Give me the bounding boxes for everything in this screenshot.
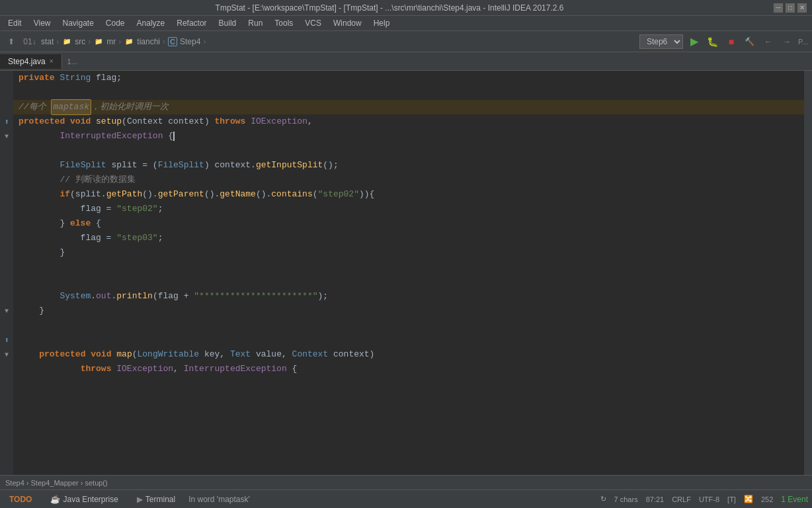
back-button[interactable]: ← <box>761 34 776 49</box>
step-dropdown[interactable]: Step6 <box>639 34 683 49</box>
breadcrumb-src[interactable]: src <box>75 37 85 46</box>
encoding[interactable]: UTF-8 <box>699 495 719 503</box>
left-margin: ⬆ ▼ ▼ ⬆ ▼ <box>0 71 13 475</box>
code-line-blank3 <box>13 260 804 275</box>
breadcrumb-sep-4: › <box>163 37 165 46</box>
todo-tab[interactable]: TODO <box>4 493 37 505</box>
status-breadcrumb: Step4 › Step4_Mapper › setup() <box>5 479 108 487</box>
breadcrumb-sep-1: › <box>56 37 59 46</box>
menu-view[interactable]: View <box>28 17 56 29</box>
build-button[interactable]: 🔨 <box>743 34 757 49</box>
margin-line-13 <box>0 260 13 275</box>
menu-build[interactable]: Build <box>214 17 242 29</box>
margin-line-arrow2: ⬆ <box>0 333 13 347</box>
fold-icon-3[interactable]: ▼ <box>5 351 9 359</box>
java-enterprise-label: Java Enterprise <box>63 495 118 504</box>
window-title: TmpStat - [E:\workspace\TmpStat] - [TmpS… <box>5 3 774 13</box>
menu-refactor[interactable]: Refactor <box>171 17 212 29</box>
class-icon: C <box>168 37 177 46</box>
code-line-blank4 <box>13 275 804 289</box>
menu-run[interactable]: Run <box>243 17 268 29</box>
breadcrumb-stat[interactable]: stat <box>41 37 54 46</box>
margin-line-5 <box>0 144 13 158</box>
nav-up-button[interactable]: ⬆ <box>4 34 19 49</box>
margin-line-14 <box>0 275 13 289</box>
folder-icon-3: 📁 <box>124 36 134 47</box>
run-button[interactable]: ▶ <box>687 34 702 49</box>
tab-close-button[interactable]: × <box>50 58 54 65</box>
menu-vcs[interactable]: VCS <box>300 17 327 29</box>
indent[interactable]: [T] <box>727 495 736 503</box>
folder-icon-1: 📁 <box>61 36 72 47</box>
fold-icon-1[interactable]: ▼ <box>5 133 9 140</box>
menu-navigate[interactable]: Navigate <box>57 17 99 29</box>
code-line-comment2: // 判断读的数据集 <box>13 173 804 187</box>
margin-line-2 <box>0 85 13 100</box>
code-line-if: if (split. getPath (). getParent (). get… <box>13 187 804 202</box>
panel-label: P... <box>798 38 808 46</box>
code-line-1: private String flag; <box>13 71 804 85</box>
breadcrumb-tianchi[interactable]: tianchi <box>137 37 160 46</box>
window-controls[interactable]: ─ □ ✕ <box>774 3 807 13</box>
code-line-map: protected void map ( LongWritable key, T… <box>13 347 804 362</box>
breadcrumb-mr[interactable]: mr <box>106 37 116 46</box>
code-line-filesplit: FileSplit split = ( FileSplit ) context.… <box>13 158 804 173</box>
margin-line-11 <box>0 231 13 245</box>
margin-line-7 <box>0 173 13 187</box>
margin-line-15 <box>0 289 13 304</box>
java-enterprise-icon: ☕ <box>50 495 60 504</box>
breadcrumb: stat › 📁 src › 📁 mr › 📁 tianchi › C Step… <box>41 36 206 47</box>
terminal-tab[interactable]: ▶ Terminal <box>132 493 181 505</box>
margin-line-fold2: ▼ <box>0 304 13 318</box>
menu-window[interactable]: Window <box>328 17 367 29</box>
code-line-interrupted: InterruptedException { <box>13 129 804 144</box>
up-arrow-icon-2: ⬆ <box>4 335 9 345</box>
menu-edit[interactable]: Edit <box>3 17 27 29</box>
minimize-button[interactable]: ─ <box>774 3 783 13</box>
terminal-label: Terminal <box>145 495 175 504</box>
stop-button[interactable]: ■ <box>724 34 739 49</box>
forward-button[interactable]: → <box>780 34 794 49</box>
bottom-right: ↻ 7 chars 87:21 CRLF UTF-8 [T] 🔀 252 1 E… <box>600 495 808 504</box>
right-scrollbar[interactable] <box>804 71 812 475</box>
code-line-blank1 <box>13 85 804 100</box>
code-area[interactable]: private String flag; //每个 maptask，初始化时调用… <box>13 71 804 475</box>
line-ending[interactable]: CRLF <box>672 495 691 503</box>
maximize-button[interactable]: □ <box>786 3 795 13</box>
nav-down-button[interactable]: 01↓ <box>22 34 37 49</box>
code-line-println: System . out . println (flag + "********… <box>13 289 804 304</box>
close-button[interactable]: ✕ <box>797 3 807 13</box>
event-badge[interactable]: 1 Event <box>781 495 808 504</box>
toolbar: ⬆ 01↓ stat › 📁 src › 📁 mr › 📁 tianchi › … <box>0 31 812 52</box>
breadcrumb-sep-2: › <box>88 37 91 46</box>
code-line-blank5 <box>13 318 804 333</box>
tab-step4[interactable]: Step4.java × <box>0 54 62 69</box>
tab-bar: Step4.java × 1... <box>0 52 812 71</box>
comment-maptask: //每个 <box>19 100 51 114</box>
todo-label: TODO <box>9 495 32 504</box>
menu-analyze[interactable]: Analyze <box>132 17 171 29</box>
java-enterprise-tab[interactable]: ☕ Java Enterprise <box>45 493 123 505</box>
terminal-icon: ▶ <box>137 495 143 504</box>
margin-line-fold1: ▼ <box>0 129 13 144</box>
code-line-blank2 <box>13 144 804 158</box>
margin-line-12 <box>0 245 13 260</box>
margin-line-fold3: ▼ <box>0 347 13 362</box>
margin-line-6 <box>0 158 13 173</box>
fold-icon-2[interactable]: ▼ <box>5 308 9 315</box>
bottom-word-info: In word 'maptask' <box>188 495 250 504</box>
char-count: 7 chars <box>614 495 638 503</box>
code-line-step02: flag = "step02" ; <box>13 202 804 216</box>
position: 87:21 <box>646 495 665 503</box>
menu-help[interactable]: Help <box>368 17 395 29</box>
breadcrumb-step4[interactable]: Step4 <box>180 37 200 46</box>
refresh-icon[interactable]: ↻ <box>600 495 606 503</box>
highlight-word: maptask <box>51 99 91 115</box>
debug-button[interactable]: 🐛 <box>706 34 720 49</box>
breadcrumb-sep-3: › <box>118 37 121 46</box>
margin-line-10 <box>0 216 13 231</box>
breadcrumb-sep-5: › <box>203 37 206 46</box>
menu-code[interactable]: Code <box>101 17 130 29</box>
margin-line-arrow1: ⬆ <box>0 114 13 129</box>
menu-tools[interactable]: Tools <box>269 17 298 29</box>
